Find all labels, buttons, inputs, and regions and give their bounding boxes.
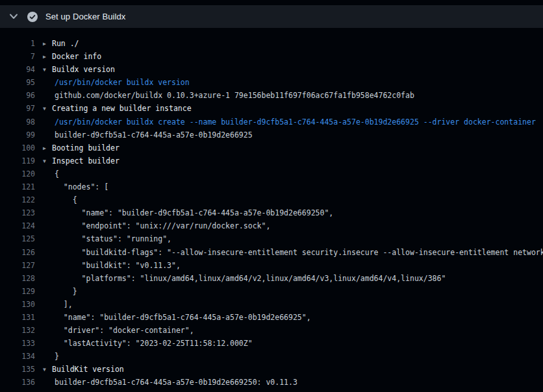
collapse-arrow-icon[interactable]: ▼ <box>43 363 52 376</box>
command-text: /usr/bin/docker buildx create --name bui… <box>35 116 536 129</box>
log-line: 95 /usr/bin/docker buildx version <box>0 76 543 89</box>
log-line: 125 "status": "running", <box>0 232 543 245</box>
log-viewer: 1 ▶Run ./ 7 ▶Docker info 94 ▼Buildx vers… <box>0 28 543 389</box>
line-number[interactable]: 128 <box>0 272 35 285</box>
log-line: 97 ▼Creating a new builder instance <box>0 102 543 115</box>
line-number[interactable]: 125 <box>0 232 35 245</box>
line-number[interactable]: 96 <box>0 89 35 102</box>
line-number[interactable]: 97 <box>0 102 35 115</box>
log-line: 98 /usr/bin/docker buildx create --name … <box>0 116 543 129</box>
line-number[interactable]: 133 <box>0 337 35 350</box>
output-text: } <box>35 350 59 363</box>
log-line-content[interactable]: ▼Creating a new builder instance <box>35 102 192 115</box>
line-number[interactable]: 129 <box>0 285 35 298</box>
log-line: 99 builder-d9cfb5a1-c764-445a-a57e-0b19d… <box>0 129 543 141</box>
line-number[interactable]: 132 <box>0 324 35 337</box>
log-line: 132 "driver": "docker-container", <box>0 324 543 337</box>
output-text: { <box>35 193 77 206</box>
group-label[interactable]: BuildKit version <box>52 365 124 374</box>
log-line: 135 ▼BuildKit version <box>0 363 543 376</box>
output-text: "name": "builder-d9cfb5a1-c764-445a-a57e… <box>35 206 333 219</box>
output-text: "nodes": [ <box>35 180 108 193</box>
log-line: 119 ▼Inspect builder <box>0 154 543 167</box>
collapse-arrow-icon[interactable]: ▼ <box>43 155 52 167</box>
line-number[interactable]: 134 <box>0 350 35 363</box>
log-line: 120 { <box>0 167 543 180</box>
line-number[interactable]: 1 <box>0 37 35 50</box>
log-line-content[interactable]: ▶Booting builder <box>35 141 120 154</box>
line-number[interactable]: 123 <box>0 206 35 219</box>
line-number[interactable]: 95 <box>0 76 35 89</box>
log-line: 94 ▼Buildx version <box>0 63 543 76</box>
output-text: "buildkitd-flags": "--allow-insecure-ent… <box>35 246 543 259</box>
group-label[interactable]: Inspect builder <box>52 156 120 165</box>
log-line: 96 github.com/docker/buildx 0.10.3+azure… <box>0 89 543 102</box>
log-line: 130 ], <box>0 298 543 311</box>
log-line: 7 ▶Docker info <box>0 50 543 63</box>
line-number[interactable]: 121 <box>0 180 35 193</box>
expand-arrow-icon[interactable]: ▶ <box>43 51 52 63</box>
group-label[interactable]: Run ./ <box>52 39 79 48</box>
log-line: 134 } <box>0 350 543 363</box>
line-number[interactable]: 119 <box>0 154 35 167</box>
log-line: 131 "name": "builder-d9cfb5a1-c764-445a-… <box>0 311 543 324</box>
group-label[interactable]: Buildx version <box>52 65 115 74</box>
line-number[interactable]: 120 <box>0 167 35 180</box>
line-number[interactable]: 94 <box>0 63 35 76</box>
chevron-down-icon[interactable] <box>9 14 18 20</box>
output-text: { <box>35 167 59 180</box>
log-line: 128 "platforms": "linux/amd64,linux/amd6… <box>0 272 543 285</box>
output-text: "status": "running", <box>35 232 171 245</box>
output-text: builder-d9cfb5a1-c764-445a-a57e-0b19d2e6… <box>35 129 253 141</box>
log-line-content[interactable]: ▶Run ./ <box>35 37 79 50</box>
line-number[interactable]: 130 <box>0 298 35 311</box>
log-line: 133 "lastActivity": "2023-02-25T11:58:12… <box>0 337 543 350</box>
expand-arrow-icon[interactable]: ▶ <box>43 38 52 50</box>
output-text: github.com/docker/buildx 0.10.3+azure-1 … <box>35 89 414 102</box>
line-number[interactable]: 136 <box>0 376 35 389</box>
output-text: "driver": "docker-container", <box>35 324 194 337</box>
command-text: /usr/bin/docker buildx version <box>35 76 190 89</box>
expand-arrow-icon[interactable]: ▶ <box>43 142 52 154</box>
output-text: "lastActivity": "2023-02-25T11:58:12.000… <box>35 337 253 350</box>
group-label[interactable]: Docker info <box>52 52 101 61</box>
line-number[interactable]: 135 <box>0 363 35 376</box>
output-text: } <box>35 285 77 298</box>
output-text: builder-d9cfb5a1-c764-445a-a57e-0b19d2e6… <box>35 376 297 389</box>
step-title: Set up Docker Buildx <box>45 12 125 21</box>
log-line: 121 "nodes": [ <box>0 180 543 193</box>
log-line: 124 "endpoint": "unix:///var/run/docker.… <box>0 219 543 232</box>
log-line: 136 builder-d9cfb5a1-c764-445a-a57e-0b19… <box>0 376 543 389</box>
output-text: "name": "builder-d9cfb5a1-c764-445a-a57e… <box>35 311 311 324</box>
log-line: 129 } <box>0 285 543 298</box>
status-check-icon <box>27 12 38 22</box>
group-label[interactable]: Creating a new builder instance <box>52 104 192 113</box>
output-text: "endpoint": "unix:///var/run/docker.sock… <box>35 219 270 232</box>
collapse-arrow-icon[interactable]: ▼ <box>43 103 52 115</box>
group-label[interactable]: Booting builder <box>52 143 120 153</box>
line-number[interactable]: 122 <box>0 193 35 206</box>
output-text: ], <box>35 298 73 311</box>
log-line: 126 "buildkitd-flags": "--allow-insecure… <box>0 246 543 259</box>
line-number[interactable]: 98 <box>0 116 35 129</box>
log-line-content[interactable]: ▼Buildx version <box>35 63 115 76</box>
log-line-content[interactable]: ▼Inspect builder <box>35 154 120 167</box>
line-number[interactable]: 124 <box>0 219 35 232</box>
log-line: 123 "name": "builder-d9cfb5a1-c764-445a-… <box>0 206 543 219</box>
log-line: 100 ▶Booting builder <box>0 141 543 154</box>
line-number[interactable]: 131 <box>0 311 35 324</box>
line-number[interactable]: 127 <box>0 259 35 272</box>
log-line: 122 { <box>0 193 543 206</box>
log-line-content[interactable]: ▶Docker info <box>35 50 101 63</box>
line-number[interactable]: 100 <box>0 141 35 154</box>
log-line: 1 ▶Run ./ <box>0 37 543 50</box>
output-text: "buildkit": "v0.11.3", <box>35 259 181 272</box>
output-text: "platforms": "linux/amd64,linux/amd64/v2… <box>35 272 446 285</box>
log-line: 127 "buildkit": "v0.11.3", <box>0 259 543 272</box>
log-line-content[interactable]: ▼BuildKit version <box>35 363 124 376</box>
collapse-arrow-icon[interactable]: ▼ <box>43 64 52 76</box>
step-header[interactable]: Set up Docker Buildx <box>0 5 543 28</box>
line-number[interactable]: 7 <box>0 50 35 63</box>
line-number[interactable]: 126 <box>0 246 35 259</box>
line-number[interactable]: 99 <box>0 129 35 141</box>
